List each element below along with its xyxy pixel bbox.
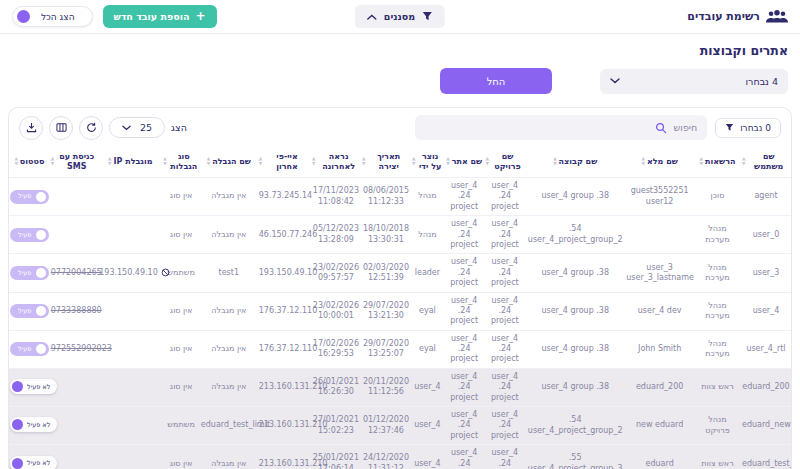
column-header-ip_limited[interactable]: מוגבלת IP▲▼ [98,147,162,178]
cell-permissions: סוכן [694,178,741,216]
cell-full_name: John Smith [625,330,694,368]
sort-icon[interactable]: ▲▼ [14,157,17,166]
cell-created_by: user_4 [411,407,444,445]
column-header-username[interactable]: שם משתמש▲▼ [741,147,791,178]
columns-icon [56,122,67,133]
filters-label: מסננים [384,11,415,22]
sort-icon[interactable]: ▲▼ [312,157,315,166]
sort-icon[interactable]: ▲▼ [446,157,449,166]
column-header-permissions[interactable]: הרשאות▲▼ [694,147,741,178]
column-header-last_ip[interactable]: איי-פי אחרון▲▼ [258,147,311,178]
status-toggle[interactable]: לא פעיל [10,456,57,469]
sort-icon[interactable]: ▲▼ [553,157,556,166]
column-header-site[interactable]: שם אתר▲▼ [444,147,485,178]
cell-ip_limited: 193.150.49.10 [98,254,162,292]
toggle-knob [12,458,23,469]
column-header-created_by[interactable]: נוצר על ידי▲▼ [411,147,444,178]
cell-sms [50,368,98,406]
search-input[interactable] [415,115,707,140]
columns-button[interactable] [49,116,73,140]
column-header-status[interactable]: סטטוס▲▼ [9,147,50,178]
selected-rows-label: 0 נבחרו [740,123,771,133]
sort-icon[interactable]: ▲▼ [362,157,365,166]
column-header-created[interactable]: תאריך יצירה▲▼ [361,147,411,178]
cell-last_ip: 46.150.77.246 [258,216,311,254]
download-button[interactable] [19,116,43,140]
status-label: פעיל [18,192,31,200]
refresh-button[interactable] [79,116,103,140]
sort-icon[interactable]: ▲▼ [51,157,54,166]
cell-status: לא פעיל [9,368,50,406]
column-header-group[interactable]: שם קבוצה▲▼ [525,147,625,178]
selected-rows-pill[interactable]: 0 נבחרו [715,118,781,138]
employees-table: שם משתמש▲▼הרשאות▲▼שם מלא▲▼שם קבוצה▲▼שם פ… [9,147,791,469]
status-toggle[interactable]: פעיל [10,304,49,318]
column-header-limit_name[interactable]: שם הגבלה▲▼ [200,147,258,178]
column-header-last_seen[interactable]: נראה לאחרונה▲▼ [311,147,361,178]
cell-username: eduard_new [741,407,791,445]
column-header-full_name[interactable]: שם מלא▲▼ [625,147,694,178]
cell-project: user_4 .24 project [484,445,525,469]
sort-icon[interactable]: ▲▼ [742,157,745,166]
cell-project: user_4 .24 project [484,368,525,406]
page-title: רשימת עובדים [687,10,760,23]
cell-group: .55 user_4_project_group_3 [525,445,625,469]
download-icon [26,122,37,133]
cell-sms: 0733388880 [50,292,98,330]
page-size-select[interactable]: 25 [109,117,165,138]
sort-icon[interactable]: ▲▼ [259,157,262,166]
cell-full_name: eduard_200 [625,368,694,406]
top-actions: + הוספת עובד חדש הצג הכל [12,5,217,28]
cell-site: user_4 .24 project [444,254,485,292]
cell-created: 29/07/2020 13:25:07 [361,330,411,368]
toggle-knob [36,230,46,240]
cell-created_by: leader [411,254,444,292]
status-toggle[interactable]: פעיל [10,228,49,242]
add-employee-button[interactable]: + הוספת עובד חדש [103,5,217,28]
toggle-knob [17,10,30,23]
cell-username: user_3 [741,254,791,292]
cell-permissions: מנהל מערכת [694,216,741,254]
cell-site: user_4 .24 project [444,368,485,406]
cell-group: user_4 group .38 [525,330,625,368]
sort-icon[interactable]: ▲▼ [163,157,166,166]
status-toggle[interactable]: פעיל [10,342,49,356]
status-toggle[interactable]: פעיל [10,266,49,280]
status-label: לא פעיל [27,459,50,467]
apply-button[interactable]: החל [440,68,552,94]
status-toggle[interactable]: פעיל [10,190,49,204]
toggle-knob [36,344,46,354]
cell-last_ip: 213.160.131.210 [258,368,311,406]
status-label: פעיל [18,231,31,239]
cell-created: 01/12/2020 12:37:46 [361,407,411,445]
cell-sms: 972552992023 [50,330,98,368]
sites-groups-select[interactable]: 4 נבחרו [600,69,788,94]
cell-ip_limited [98,368,162,406]
table-body: agentסוכןguest3552251 user12user_4 group… [9,178,791,469]
column-header-limit_type[interactable]: סוג הגבלות▲▼ [162,147,200,178]
table-row: user_3מנהל מערכתuser_3 user_3_lastnameus… [9,254,791,292]
cell-username: eduard_test_200 [741,445,791,469]
cell-created: 02/03/2020 12:51:39 [361,254,411,292]
sort-icon[interactable]: ▲▼ [641,157,644,166]
show-all-toggle[interactable]: הצג הכל [12,6,93,27]
sort-icon[interactable]: ▲▼ [207,157,210,166]
sort-icon[interactable]: ▲▼ [108,157,111,166]
column-header-project[interactable]: שם פרויקט▲▼ [484,147,525,178]
cell-project: user_4 .24 project [484,254,525,292]
cell-full_name: user_3 user_3_lastname [625,254,694,292]
cell-group: user_4 group .38 [525,254,625,292]
employees-table-card: 0 נבחרו חיפוש הצג 25 [8,107,792,469]
cell-last_seen: 17/11/2023 11:08:42 [311,178,361,216]
status-toggle[interactable]: לא פעיל [10,379,57,394]
filters-button[interactable]: מסננים [355,5,445,28]
status-toggle[interactable]: לא פעיל [10,417,57,432]
sort-icon[interactable]: ▲▼ [485,157,488,166]
cell-permissions: מנהל מערכת [694,330,741,368]
sort-icon[interactable]: ▲▼ [412,157,415,166]
column-header-sms[interactable]: כניסת עם SMS▲▼ [50,147,98,178]
sort-icon[interactable]: ▲▼ [700,157,703,166]
cell-limit_name: אין מגבלה [200,330,258,368]
cell-created: 20/11/2020 11:12:56 [361,368,411,406]
status-label: לא פעיל [27,383,50,391]
